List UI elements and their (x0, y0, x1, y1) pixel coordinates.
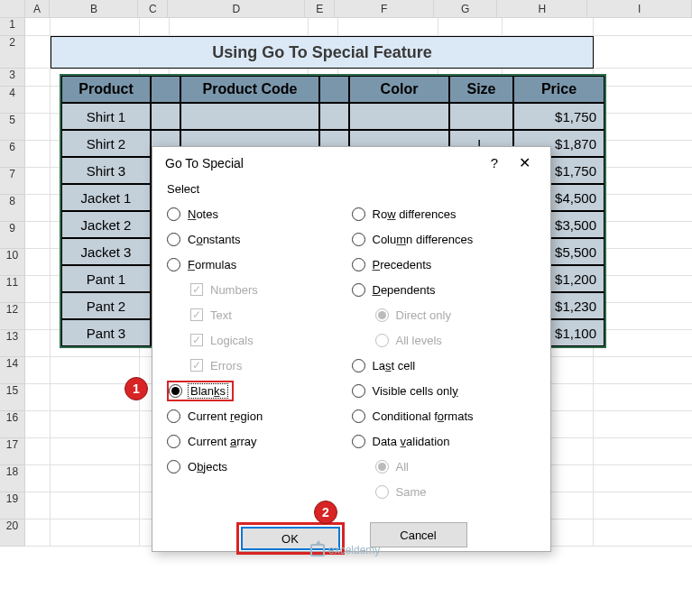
row-header-8[interactable]: 8 (0, 195, 25, 222)
row-header-18[interactable]: 18 (0, 465, 25, 492)
col-header-G[interactable]: G (434, 0, 497, 17)
row-header-5[interactable]: 5 (0, 114, 25, 141)
cell-product[interactable]: Jacket 3 (61, 238, 151, 265)
close-button[interactable]: ✕ (507, 154, 541, 171)
row-header-16[interactable]: 16 (0, 411, 25, 438)
col-header-I[interactable]: I (587, 0, 692, 17)
select-all-corner[interactable] (0, 0, 25, 17)
help-button[interactable]: ? (482, 155, 507, 170)
option-all-levels: All levels (352, 327, 537, 353)
dialog-title: Go To Special (165, 156, 482, 170)
cell-price[interactable]: $1,750 (513, 103, 604, 130)
go-to-special-dialog: Go To Special ? ✕ Select Notes Constants… (152, 146, 551, 552)
cancel-button[interactable]: Cancel (370, 522, 467, 547)
annotation-badge-1: 1 (125, 377, 148, 400)
row-header-17[interactable]: 17 (0, 438, 25, 465)
th-blank1 (151, 76, 180, 103)
col-header-A[interactable]: A (25, 0, 51, 17)
column-headers-row: A B C D E F G H I (0, 0, 692, 18)
option-col-diff[interactable]: Column differences (352, 226, 537, 252)
row-header-12[interactable]: 12 (0, 303, 25, 330)
cell-product[interactable]: Shirt 2 (61, 130, 151, 157)
option-visible[interactable]: Visible cells only (352, 378, 537, 403)
row-header-10[interactable]: 10 (0, 249, 25, 276)
option-current-array[interactable]: Current array (167, 428, 352, 454)
row-header-7[interactable]: 7 (0, 168, 25, 195)
option-blanks[interactable]: Blanks (167, 378, 352, 403)
row-header-3[interactable]: 3 (0, 69, 25, 87)
col-header-H[interactable]: H (497, 0, 587, 17)
cell-product[interactable]: Pant 3 (61, 319, 151, 346)
th-color: Color (349, 76, 449, 103)
col-header-B[interactable]: B (50, 0, 138, 17)
th-code: Product Code (180, 76, 319, 103)
option-same: Same (352, 479, 537, 504)
check-numbers: ✓Numbers (167, 277, 352, 302)
watermark: exceldemy (310, 544, 380, 556)
cell-size[interactable] (449, 103, 513, 130)
th-price: Price (513, 76, 604, 103)
row-header-14[interactable]: 14 (0, 357, 25, 384)
row-header-20[interactable]: 20 (0, 519, 25, 547)
check-text: ✓Text (167, 302, 352, 327)
option-objects[interactable]: Objects (167, 454, 352, 479)
th-product: Product (61, 76, 151, 103)
option-precedents[interactable]: Precedents (352, 252, 537, 277)
cell-color[interactable] (349, 103, 449, 130)
row-header-4[interactable]: 4 (0, 87, 25, 114)
cell-code[interactable] (180, 103, 319, 130)
row-header-19[interactable]: 19 (0, 492, 25, 519)
cell-product[interactable]: Pant 1 (61, 265, 151, 292)
cell-product[interactable]: Jacket 2 (61, 211, 151, 238)
option-current-region[interactable]: Current region (167, 403, 352, 428)
check-errors: ✓Errors (167, 353, 352, 378)
row-headers: 1 2 3 4 5 6 7 8 9 10 11 12 13 14 15 16 1… (0, 18, 25, 547)
cell-blank[interactable] (319, 103, 349, 130)
cell-product[interactable]: Shirt 1 (61, 103, 151, 130)
check-logicals: ✓Logicals (167, 327, 352, 353)
th-size: Size (449, 76, 513, 103)
option-notes[interactable]: Notes (167, 201, 352, 226)
cell-product[interactable]: Pant 2 (61, 292, 151, 319)
option-all: All (352, 454, 537, 479)
page-title: Using Go To Special Feature (51, 36, 594, 69)
option-row-diff[interactable]: Row differences (352, 201, 537, 226)
col-header-C[interactable]: C (138, 0, 168, 17)
cell-blank[interactable] (151, 103, 180, 130)
option-direct-only: Direct only (352, 302, 537, 327)
option-formulas[interactable]: Formulas (167, 252, 352, 277)
house-icon (310, 544, 325, 556)
row-header-11[interactable]: 11 (0, 276, 25, 303)
row-header-15[interactable]: 15 (0, 384, 25, 411)
row-header-2[interactable]: 2 (0, 36, 25, 69)
annotation-badge-2: 2 (314, 501, 337, 524)
option-data-validation[interactable]: Data validation (352, 428, 537, 454)
option-dependents[interactable]: Dependents (352, 277, 537, 302)
th-blank2 (319, 76, 349, 103)
col-header-E[interactable]: E (305, 0, 335, 17)
row-header-1[interactable]: 1 (0, 18, 25, 36)
cell-product[interactable]: Shirt 3 (61, 157, 151, 184)
col-header-F[interactable]: F (335, 0, 434, 17)
col-header-D[interactable]: D (168, 0, 305, 17)
row-header-6[interactable]: 6 (0, 141, 25, 168)
dialog-titlebar[interactable]: Go To Special ? ✕ (152, 147, 550, 179)
table-row[interactable]: Shirt 1$1,750 (61, 103, 604, 130)
row-header-13[interactable]: 13 (0, 330, 25, 357)
option-cond-formats[interactable]: Conditional formats (352, 403, 537, 428)
select-label: Select (167, 182, 536, 196)
row-header-9[interactable]: 9 (0, 222, 25, 249)
option-constants[interactable]: Constants (167, 226, 352, 252)
cell-product[interactable]: Jacket 1 (61, 184, 151, 211)
option-last-cell[interactable]: Last cell (352, 353, 537, 378)
